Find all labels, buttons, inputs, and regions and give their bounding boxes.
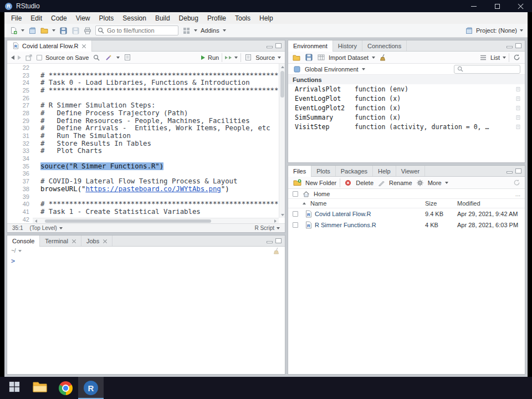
code-line[interactable]: 27# R Simmer Simulation Steps: (7, 101, 285, 109)
column-name-header[interactable]: Name (303, 200, 425, 207)
env-entry[interactable]: SimSummary function (x) (288, 112, 525, 122)
compile-report-icon[interactable] (123, 53, 132, 62)
menu-plots[interactable]: Plots (95, 13, 119, 23)
new-project-icon[interactable] (28, 26, 37, 35)
list-view-chevron-down-icon[interactable] (503, 57, 506, 59)
delete-button[interactable]: Delete (356, 180, 374, 186)
new-folder-button[interactable]: New Folder (305, 180, 336, 186)
code-line[interactable]: 26 (7, 94, 285, 102)
tab-connections[interactable]: Connections (362, 40, 407, 51)
open-file-icon[interactable] (40, 26, 49, 35)
breadcrumb-home[interactable]: Home (314, 191, 330, 197)
rerun-icon[interactable] (225, 56, 228, 59)
tab-environment[interactable]: Environment (288, 40, 333, 51)
select-all-checkbox[interactable] (293, 191, 298, 197)
scroll-up-icon[interactable] (281, 66, 284, 68)
menu-code[interactable]: Code (47, 13, 71, 23)
print-icon[interactable] (83, 26, 92, 35)
pane-minimize-icon[interactable] (267, 241, 273, 243)
menu-view[interactable]: View (71, 13, 95, 23)
environment-search-input[interactable] (466, 66, 515, 72)
project-selector[interactable]: Project: (None) (464, 26, 523, 35)
code-line[interactable]: 39 (7, 193, 285, 201)
maximize-button[interactable] (485, 0, 509, 12)
console-output[interactable]: > (7, 255, 285, 374)
code-line[interactable]: 23# ************************************… (7, 71, 285, 79)
tab-jobs[interactable]: Jobs (81, 236, 112, 246)
scope-chevron-down-icon[interactable] (362, 68, 365, 70)
source-chevron-down-icon[interactable] (278, 57, 281, 59)
workspace-panes-icon[interactable] (182, 26, 191, 35)
clear-environment-broom-icon[interactable] (378, 53, 387, 62)
env-entry[interactable]: EventLogPlot2 function (x) (288, 103, 525, 112)
refresh-icon[interactable] (512, 53, 521, 62)
source-button[interactable]: Source (255, 54, 275, 61)
code-tools-wand-icon[interactable] (104, 53, 113, 62)
code-line[interactable]: 41# Task 1 - Create Statistical Variable… (7, 208, 285, 216)
file-name-link[interactable]: Covid Lateral Flow.R (315, 211, 425, 217)
file-explorer-button[interactable] (27, 377, 53, 399)
tab-viewer[interactable]: Viewer (396, 166, 425, 176)
breadcrumb-ellipsis[interactable]: ... (515, 191, 520, 197)
minimize-button[interactable] (462, 0, 485, 12)
tab-terminal[interactable]: Terminal (40, 236, 81, 246)
tab-files[interactable]: Files (288, 166, 311, 176)
pane-maximize-icon[interactable] (275, 43, 282, 48)
column-size-header[interactable]: Size (425, 200, 457, 207)
start-button[interactable] (2, 377, 27, 399)
scroll-down-icon[interactable] (281, 214, 284, 216)
menu-help[interactable]: Help (255, 13, 278, 23)
environment-scope-selector[interactable]: Global Environment (305, 66, 359, 73)
menu-profile[interactable]: Profile (203, 13, 231, 23)
horizontal-scroll-thumb[interactable] (45, 219, 211, 223)
working-dir-chevron-icon[interactable] (18, 250, 22, 252)
file-checkbox[interactable] (293, 222, 298, 228)
load-workspace-icon[interactable] (292, 53, 301, 62)
import-dataset-button[interactable]: Import Dataset (329, 54, 369, 61)
save-workspace-icon[interactable] (304, 53, 313, 62)
doc-type-selector[interactable]: R Script (254, 225, 280, 231)
editor-horizontal-scrollbar[interactable] (33, 218, 279, 223)
back-icon[interactable] (11, 55, 14, 60)
close-jobs-icon[interactable] (103, 239, 107, 243)
close-tab-icon[interactable] (82, 44, 86, 48)
view-function-icon[interactable] (516, 85, 525, 94)
pane-minimize-icon[interactable] (267, 46, 273, 48)
url-link[interactable]: https://pasteboard.co/JWYtAbs.png (85, 185, 221, 193)
view-function-icon[interactable] (516, 94, 525, 103)
more-button[interactable]: More (428, 180, 442, 186)
menu-file[interactable]: File (7, 13, 26, 23)
scope-selector[interactable]: (Top Level) (29, 225, 62, 231)
view-function-icon[interactable] (516, 113, 525, 122)
tab-history[interactable]: History (333, 40, 362, 51)
new-file-chevron-down-icon[interactable] (21, 29, 24, 32)
tab-plots[interactable]: Plots (311, 166, 335, 176)
refresh-icon[interactable] (512, 178, 521, 187)
file-checkbox[interactable] (293, 211, 298, 217)
code-line[interactable]: 30# Define Arrivals - Entities, Work Ite… (7, 125, 285, 132)
new-file-icon[interactable] (9, 26, 18, 35)
tab-packages[interactable]: Packages (336, 166, 373, 176)
column-modified-header[interactable]: Modified (457, 200, 525, 207)
close-button[interactable] (509, 0, 532, 12)
code-line[interactable]: 38browseURL("https://pasteboard.co/JWYtA… (7, 185, 285, 193)
code-line[interactable]: 32# Store Results In Tables (7, 140, 285, 147)
clear-console-icon[interactable] (272, 247, 281, 255)
rerun-chevron-down-icon[interactable] (234, 57, 238, 59)
chrome-button[interactable] (53, 377, 78, 399)
menu-build[interactable]: Build (151, 13, 175, 23)
pane-maximize-icon[interactable] (515, 43, 521, 48)
editor-tab[interactable]: R Covid Lateral Flow.R (7, 40, 92, 51)
file-name-link[interactable]: R Simmer Functions.R (315, 222, 425, 228)
tab-help[interactable]: Help (373, 166, 396, 176)
popout-icon[interactable] (24, 53, 33, 62)
code-line[interactable]: 36 (7, 170, 285, 178)
code-line[interactable]: 33# Plot Charts (7, 147, 285, 155)
source-on-save-checkbox[interactable] (37, 55, 42, 60)
more-chevron-down-icon[interactable] (445, 182, 448, 184)
code-line[interactable]: 24# Task 0 - Load Libraries, Functions &… (7, 79, 285, 86)
file-row[interactable]: R R Simmer Functions.R 4 KB Apr 28, 2021… (288, 219, 525, 231)
save-all-icon[interactable] (71, 26, 80, 35)
save-icon[interactable] (59, 26, 68, 35)
code-line[interactable]: 40# ************************************… (7, 200, 285, 208)
